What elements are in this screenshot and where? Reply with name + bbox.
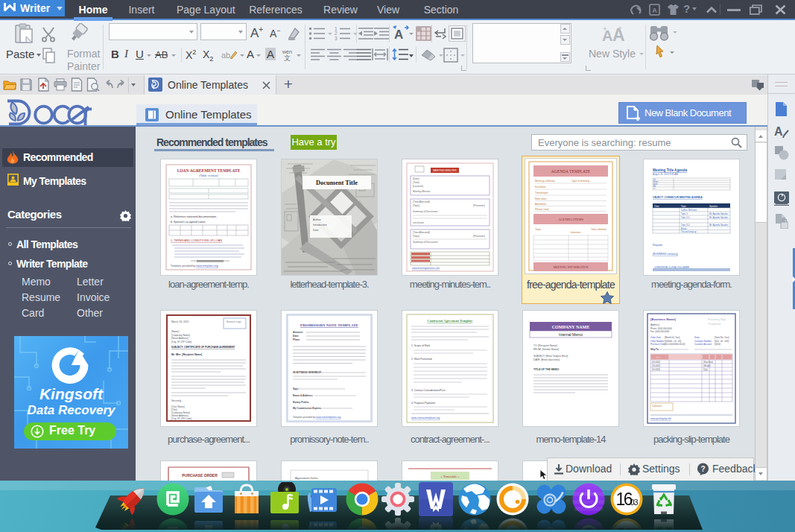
svg-text:文: 文 bbox=[284, 54, 291, 61]
svg-text:wén: wén bbox=[282, 49, 292, 54]
svg-text:TITLE OF THE MEMO: TITLE OF THE MEMO bbox=[533, 368, 560, 371]
svg-text:[Time Allocated]: [Time Allocated] bbox=[413, 231, 430, 234]
svg-text:Meeting Title Agenda: Meeting Title Agenda bbox=[653, 168, 687, 172]
svg-text:PURCHASE ORDER: PURCHASE ORDER bbox=[182, 473, 218, 478]
svg-text:2. Work Performed: 2. Work Performed bbox=[411, 358, 432, 361]
svg-text:[Topic]: [Topic] bbox=[413, 204, 419, 207]
svg-text:Mr. Agenda Speaker: Mr. Agenda Speaker bbox=[709, 216, 728, 219]
svg-text:[000 - 00 - 000]: [000 - 00 - 000] bbox=[715, 340, 729, 343]
svg-text:[Ship Date]: [Ship Date] bbox=[703, 361, 713, 364]
svg-text:IN WITNESS WHEREOF,: IN WITNESS WHEREOF, bbox=[293, 371, 322, 374]
svg-text:A: A bbox=[394, 28, 403, 42]
svg-text:1. TERMS AND CONDITIONS OF LOA: 1. TERMS AND CONDITIONS OF LOAN bbox=[171, 239, 222, 242]
svg-text:Topic 2.0: Topic 2.0 bbox=[681, 216, 690, 219]
svg-text:[Topic]: [Topic] bbox=[413, 235, 419, 238]
svg-text:a. Reference notarized documen: a. Reference notarized documentation.. bbox=[171, 215, 218, 218]
svg-text:LOAN AGREEMENT TEMPLATE: LOAN AGREEMENT TEMPLATE bbox=[177, 168, 241, 173]
svg-text:www.meetingminutes.com: www.meetingminutes.com bbox=[412, 267, 440, 270]
svg-text:AGENDA ITEMS: AGENDA ITEMS bbox=[558, 218, 584, 221]
svg-text:Facilitator: Facilitator bbox=[535, 186, 547, 189]
svg-text:Template: Template bbox=[708, 322, 721, 326]
svg-text:Time: Time bbox=[654, 205, 659, 208]
svg-text:DATE: [Enter date here]: DATE: [Enter date here] bbox=[533, 358, 560, 361]
svg-text:conclusion: conclusion bbox=[413, 221, 424, 224]
svg-text:March 16, 2011: March 16, 2011 bbox=[171, 320, 189, 323]
svg-text:SUBJECT: CERTIFICATE OF PURCHA: SUBJECT: CERTIFICATE OF PURCHASE AGREEME… bbox=[171, 346, 235, 349]
svg-text:[BUSINESS company]: [BUSINESS company] bbox=[653, 253, 678, 256]
svg-text:[City, ST ZIP Code]: [City, ST ZIP Code] bbox=[171, 341, 191, 343]
svg-text:[Date]: [Date] bbox=[413, 177, 419, 180]
svg-text:Ship To: Ship To bbox=[650, 348, 659, 351]
svg-text:#minutes: #minutes bbox=[570, 231, 581, 234]
svg-text:[City, ST ZIP Code]: [City, ST ZIP Code] bbox=[171, 417, 191, 420]
svg-text:Customer Number:: Customer Number: bbox=[694, 340, 712, 343]
svg-text:Amount:: Amount: bbox=[293, 331, 303, 334]
svg-text:SUBJECT: [Enter Subject Here]: SUBJECT: [Enter Subject Here] bbox=[533, 355, 568, 358]
svg-text:ab: ab bbox=[221, 51, 230, 60]
svg-text:Business Logo: Business Logo bbox=[227, 320, 241, 323]
svg-text:A: A bbox=[774, 125, 783, 138]
svg-text:Order Date:: Order Date: bbox=[650, 336, 662, 339]
svg-text:cc: cc bbox=[653, 188, 656, 190]
svg-text:Meeting Minutes: Meeting Minutes bbox=[413, 190, 431, 193]
svg-text:[Presenter]: [Presenter] bbox=[473, 235, 485, 238]
svg-text:Speaker: Speaker bbox=[709, 205, 718, 208]
svg-text:Purchase Order:: Purchase Order: bbox=[650, 343, 666, 346]
svg-text:Packing Slip: Packing Slip bbox=[708, 317, 726, 321]
svg-text:Regards,: Regards, bbox=[653, 244, 663, 247]
svg-text:Fax: (000) 000-0000: Fax: (000) 000-0000 bbox=[650, 330, 670, 333]
svg-text:A: A bbox=[652, 7, 657, 14]
svg-text:Mr. Agenda Speaker: Mr. Agenda Speaker bbox=[709, 224, 728, 227]
svg-text:Summary of Discussion: Summary of Discussion bbox=[413, 241, 438, 244]
svg-text:My Commission Expires:: My Commission Expires: bbox=[293, 407, 322, 410]
svg-text:AGENDA TEMPLATE: AGENDA TEMPLATE bbox=[551, 169, 591, 174]
svg-text:Item #: Item # bbox=[656, 356, 661, 358]
svg-text:[State No. Year]: [State No. Year] bbox=[715, 336, 729, 339]
svg-text:Time allotted: Time allotted bbox=[591, 228, 606, 231]
svg-text:FROM: [Sender Name]: FROM: [Sender Name] bbox=[533, 348, 559, 351]
svg-text:Mr. Agenda Speaker: Mr. Agenda Speaker bbox=[709, 212, 728, 215]
svg-text:Comments: Comments bbox=[652, 405, 662, 408]
svg-text:[Location]: [Location] bbox=[413, 185, 423, 188]
svg-text:4. Progress Payments: 4. Progress Payments bbox=[411, 402, 436, 405]
svg-text:Type of meeting: Type of meeting bbox=[571, 180, 589, 183]
svg-text:Summary of Discussion: Summary of Discussion bbox=[413, 210, 438, 213]
svg-text:Template provided by www.notet: Template provided by www.notetemplates.o… bbox=[293, 416, 341, 419]
svg-text:[Time]: [Time] bbox=[413, 181, 419, 184]
svg-text:Timekeeper: Timekeeper bbox=[535, 191, 549, 194]
svg-text:Please read: Please read bbox=[535, 208, 548, 211]
svg-text:Topic 3.0: Topic 3.0 bbox=[681, 224, 690, 227]
svg-text:Attendees: Attendees bbox=[535, 203, 547, 206]
svg-text:Date:: Date: bbox=[293, 335, 299, 338]
svg-text:www.contracttemplates.org: www.contracttemplates.org bbox=[411, 417, 440, 419]
svg-text:www.packingslip.info: www.packingslip.info bbox=[650, 417, 671, 420]
svg-text:b. Spouse's co-agreed Loans: b. Spouse's co-agreed Loans bbox=[171, 221, 206, 224]
svg-text:Topic: Topic bbox=[535, 228, 542, 231]
svg-text:[00-0000]: [00-0000] bbox=[652, 368, 660, 371]
svg-text:03: 03 bbox=[630, 498, 639, 507]
svg-text:COMPANY NAME: COMPANY NAME bbox=[552, 325, 590, 329]
svg-text:[00-0000]: [00-0000] bbox=[652, 364, 660, 367]
svg-text:Order Number:: Order Number: bbox=[650, 340, 665, 343]
svg-text:[00-0000]: [00-0000] bbox=[652, 361, 660, 364]
svg-text:(Table version): (Table version) bbox=[199, 174, 218, 177]
svg-text:Sign:: Sign: bbox=[293, 387, 299, 390]
svg-text:MEETING MINUTES: MEETING MINUTES bbox=[433, 169, 457, 172]
svg-text:Internal Memo: Internal Memo bbox=[559, 332, 583, 337]
svg-text:Sincerely,: Sincerely, bbox=[171, 399, 182, 402]
svg-text:CONFIDENTIAL & LEGAL DISCLAIME: CONFIDENTIAL & LEGAL DISCLAIMER bbox=[654, 266, 689, 269]
svg-text:[Time Allocated]: [Time Allocated] bbox=[413, 200, 430, 203]
svg-text:[Presenter]: [Presenter] bbox=[473, 204, 485, 207]
svg-text:TO: [Recipient Name]: TO: [Recipient Name] bbox=[533, 344, 557, 347]
svg-text:[Weight]: [Weight] bbox=[703, 364, 711, 367]
svg-text:3: 3 bbox=[335, 36, 338, 41]
svg-text:Notary Public:: Notary Public: bbox=[293, 401, 309, 404]
svg-text:Coffee, Welcome: Coffee, Welcome bbox=[681, 209, 697, 212]
svg-text:[Qty]: [Qty] bbox=[703, 368, 708, 371]
svg-text:Name & Address:: Name & Address: bbox=[293, 394, 313, 397]
svg-text:Agreement Items: Agreement Items bbox=[295, 476, 317, 480]
svg-text:Date: Date bbox=[313, 229, 319, 232]
svg-text:[000000 - 00 - 00]: [000000 - 00 - 00] bbox=[665, 340, 681, 343]
svg-text:A: A bbox=[602, 28, 612, 44]
svg-text:State:: State: bbox=[694, 336, 700, 339]
